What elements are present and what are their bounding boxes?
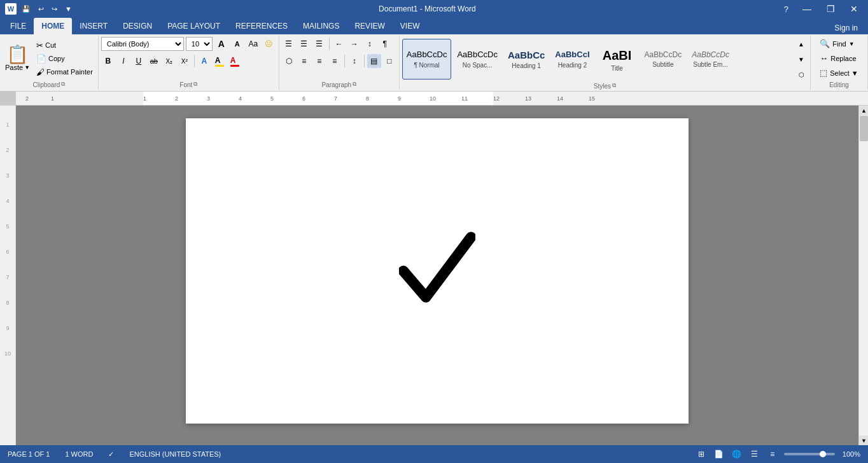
select-button[interactable]: ⬚ Select ▼ [816,66,862,79]
superscript-button[interactable]: X² [178,54,192,68]
show-formatting-marks-button[interactable]: ¶ [378,37,392,51]
scroll-up-button[interactable]: ▲ [859,106,868,115]
style-heading1[interactable]: AaBbCc Heading 1 [503,39,549,79]
language-indicator[interactable]: ENGLISH (UNITED STATES) [127,449,223,459]
change-case-button[interactable]: Aa [246,37,260,51]
style-subtle-em[interactable]: AaBbCcDc Subtle Em... [687,39,734,79]
numbering-button[interactable]: ☰ [297,37,311,51]
draft-view-button[interactable]: ≡ [766,448,779,460]
subscript-button[interactable]: X₂ [162,54,176,68]
ruler-content[interactable]: 2 1 1 2 3 4 5 6 7 8 9 10 11 12 13 14 15 [16,92,868,105]
bold-button[interactable]: B [101,54,115,68]
save-quick-access[interactable]: 💾 [19,4,33,15]
bullets-button[interactable]: ☰ [282,37,296,51]
find-button[interactable]: 🔍 Find ▼ [816,37,858,50]
scroll-thumb[interactable] [860,116,868,141]
font-family-select[interactable]: Calibri (Body) [101,37,184,51]
zoom-slider[interactable] [784,453,835,455]
scroll-track[interactable] [859,115,868,436]
tab-design[interactable]: DESIGN [115,18,160,34]
restore-button[interactable]: ❐ [822,3,840,15]
undo-quick-access[interactable]: ↩ [36,4,46,15]
document-page[interactable] [186,118,689,424]
text-highlight-button[interactable]: A [213,54,227,68]
font-size-select[interactable]: 100 11 12 [186,37,213,51]
quick-access-dropdown[interactable]: ▼ [62,4,74,14]
paste-button[interactable]: 📋 Paste ▼ [3,45,32,73]
tab-page-layout[interactable]: PAGE LAYOUT [160,18,228,34]
styles-expander[interactable]: ⧉ [612,82,616,89]
styles-more-button[interactable]: ⬡ [796,67,806,81]
status-left: PAGE 1 OF 1 1 WORD ✓ ENGLISH (UNITED STA… [5,449,223,460]
styles-down-button[interactable]: ▼ [796,52,806,66]
paste-dropdown-arrow[interactable]: ▼ [24,64,30,71]
svg-text:5: 5 [270,95,274,102]
replace-button[interactable]: ↔ Replace [816,52,860,65]
zoom-thumb[interactable] [820,451,826,457]
web-layout-view-button[interactable]: 🌐 [731,448,743,460]
outline-view-button[interactable]: ☰ [748,448,761,460]
clipboard-right: ✂ Cut 📄 Copy 🖌 Format Painter [34,39,95,78]
font-color-button[interactable]: A [228,54,242,68]
tab-review[interactable]: REVIEW [347,18,392,34]
cut-icon: ✂ [36,41,43,50]
decrease-font-size-button[interactable]: A [230,37,244,51]
styles-up-button[interactable]: ▲ [796,37,806,51]
minimize-button[interactable]: — [797,3,816,15]
proofing-icon[interactable]: ✓ [106,449,116,460]
copy-button[interactable]: 📄 Copy [34,53,95,65]
italic-button[interactable]: I [116,54,130,68]
right-scrollbar[interactable]: ▲ ▼ [858,106,868,445]
style-subtitle[interactable]: AaBbCcDc Subtitle [640,39,687,79]
increase-font-size-button[interactable]: A [214,37,228,51]
clear-formatting-button[interactable]: ☹ [262,37,276,51]
shading-button[interactable]: ▤ [367,54,381,68]
sort-button[interactable]: ↕ [363,37,377,51]
clipboard-expander[interactable]: ⧉ [61,81,65,88]
sign-in-button[interactable]: Sign in [829,22,863,34]
page-indicator[interactable]: PAGE 1 OF 1 [5,449,52,459]
tab-references[interactable]: REFERENCES [228,18,295,34]
style-title-preview: AaBI [603,47,632,64]
increase-indent-button[interactable]: → [347,37,361,51]
zoom-level[interactable]: 100% [840,449,863,459]
borders-button[interactable]: □ [382,54,396,68]
document-scroll-area[interactable] [16,106,858,445]
print-layout-view-button[interactable]: ⊞ [695,448,708,460]
style-no-spacing[interactable]: AaBbCcDc No Spac... [452,39,502,79]
full-screen-view-button[interactable]: 📄 [713,448,725,460]
align-left-button[interactable]: ⬡ [282,54,296,68]
svg-rect-1 [143,92,493,105]
font-expander[interactable]: ⧉ [193,81,197,88]
tab-insert[interactable]: INSERT [72,18,115,34]
close-button[interactable]: ✕ [845,3,863,15]
line-spacing-button[interactable]: ↕ [347,54,361,68]
style-heading2[interactable]: AaBbCcI Heading 2 [550,39,594,79]
align-center-button[interactable]: ≡ [297,54,311,68]
highlight-a-label: A [215,56,221,65]
cut-button[interactable]: ✂ Cut [34,39,95,52]
decrease-indent-button[interactable]: ← [332,37,346,51]
align-right-button[interactable]: ≡ [312,54,326,68]
strikethrough-button[interactable]: ab [147,54,161,68]
style-title[interactable]: AaBI Title [596,39,639,79]
tab-file[interactable]: FILE [3,18,34,34]
paragraph-expander[interactable]: ⧉ [353,81,356,88]
find-dropdown-arrow[interactable]: ▼ [849,41,855,47]
tab-mailings[interactable]: MAILINGS [295,18,347,34]
style-normal[interactable]: AaBbCcDc ¶ Normal [402,39,452,79]
text-effects-button[interactable]: A [197,54,211,68]
scroll-down-button[interactable]: ▼ [859,436,868,445]
justify-button[interactable]: ≡ [328,54,342,68]
help-button[interactable]: ? [780,3,792,15]
replace-label: Replace [830,55,856,62]
underline-button[interactable]: U [132,54,146,68]
margin-num-1: 1 [6,112,9,137]
editing-group: 🔍 Find ▼ ↔ Replace ⬚ Select ▼ Editing [811,36,868,90]
tab-view[interactable]: VIEW [393,18,428,34]
multilevel-list-button[interactable]: ☰ [312,37,326,51]
redo-quick-access[interactable]: ↪ [49,4,60,15]
format-painter-button[interactable]: 🖌 Format Painter [34,66,95,78]
word-count[interactable]: 1 WORD [62,449,95,459]
tab-home[interactable]: HOME [34,18,72,34]
